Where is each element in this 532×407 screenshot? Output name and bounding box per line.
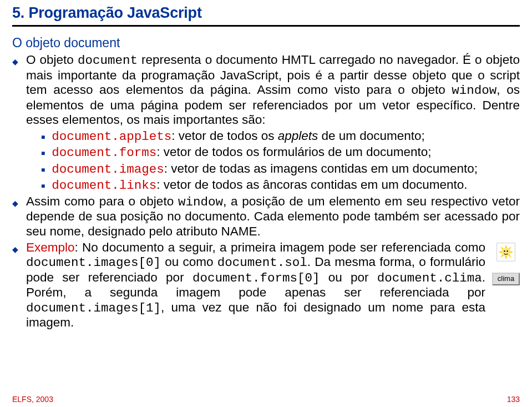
content-body: ◆ O objeto document representa o documen… [12,53,520,330]
svg-point-2 [501,248,510,256]
code-forms-0: document.forms[0] [192,271,320,285]
code-links: document.links [52,178,156,193]
text: O objeto [26,53,78,67]
footer-left: ELFS, 2003 [12,395,53,404]
code-sol: document.sol [217,255,307,270]
text: : No documento a seguir, a primeira imag… [75,240,485,254]
italic-applets: applets [278,129,318,143]
clima-button: clima [492,273,520,285]
diamond-icon: ◆ [12,57,18,67]
list-text: document.applets: vetor de todos os appl… [52,129,520,144]
properties-list: ■ document.applets: vetor de todos os ap… [41,129,520,193]
svg-point-4 [506,250,508,252]
code-clima: document.clima [377,271,482,285]
intro-text: O objeto document representa o documento… [26,53,520,128]
text: : vetor de todos as âncoras contidas em … [156,178,467,192]
text: : vetor de todos os [171,129,277,143]
title-divider [12,25,520,27]
diamond-icon: ◆ [12,199,18,208]
diamond-icon: ◆ [12,245,18,254]
code-window: window [178,195,223,209]
square-icon: ■ [41,149,45,157]
text: : vetor de todas as imagens contidas em … [164,162,478,175]
code-images-0: document.images[0] [26,255,161,270]
list-item-images: ■ document.images: vetor de todas as ima… [41,162,520,177]
code-forms: document.forms [52,145,156,160]
code-window: window [452,83,496,98]
position-text: Assim como para o objeto window, a posiç… [26,194,520,239]
sun-icon [496,243,515,262]
code-document: document [78,53,138,68]
list-text: document.images: vetor de todas as image… [52,162,520,177]
bullet-item-intro: ◆ O objeto document representa o documen… [12,53,520,128]
code-applets: document.applets [52,129,171,144]
bullet-item-example: ◆ Exemplo: No documento a seguir, a prim… [12,240,520,330]
code-images-1: document.images[1] [26,301,161,315]
list-item-forms: ■ document.forms: vetor de todos os form… [41,145,520,160]
square-icon: ■ [41,133,45,141]
text: ou como [161,255,217,269]
section-title: O objeto document [12,36,520,51]
text: Assim como para o objeto [26,194,178,208]
text: de um documento; [318,129,425,143]
footer: ELFS, 2003 133 [12,395,520,404]
svg-point-3 [504,250,505,252]
list-item-links: ■ document.links: vetor de todos as ânco… [41,178,520,193]
text: ou por [320,270,377,284]
square-icon: ■ [41,166,45,174]
list-item-applets: ■ document.applets: vetor de todos os ap… [41,129,520,144]
text: : vetor de todos os formulários de um do… [156,145,431,159]
example-text: Exemplo: No documento a seguir, a primei… [26,240,485,330]
list-text: document.links: vetor de todos as âncora… [52,178,520,193]
bullet-item-position: ◆ Assim como para o objeto window, a pos… [12,194,520,239]
list-text: document.forms: vetor de todos os formul… [52,145,520,160]
example-label: Exemplo [26,240,75,254]
page-title: 5. Programação JavaScript [12,4,520,22]
square-icon: ■ [41,182,45,190]
side-images: clima [492,243,520,285]
footer-right: 133 [507,395,520,404]
code-images: document.images [52,162,164,177]
